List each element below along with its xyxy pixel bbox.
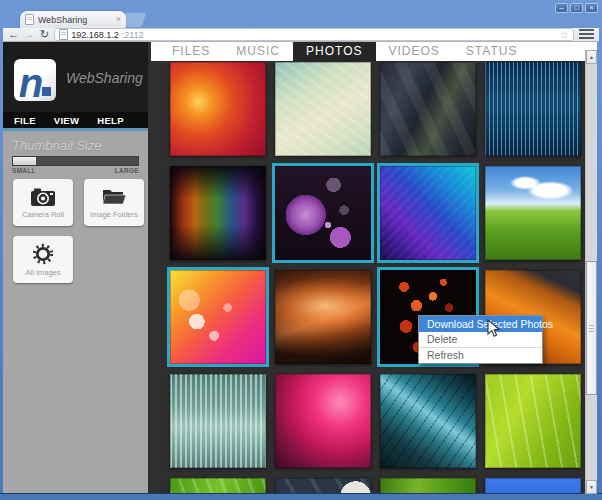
bookmark-star-icon[interactable]: ☆ [560, 30, 569, 40]
slider-max-label: LARGE [115, 167, 139, 174]
window-controls: – □ × [555, 3, 598, 13]
browser-tab[interactable]: WebSharing × [20, 11, 126, 28]
browser-menu-icon[interactable] [579, 29, 594, 40]
section-tabstrip: FILES MUSIC PHOTOS VIDEOS STATUS [151, 42, 597, 61]
context-item-download-selected-photos[interactable]: Download Selected Photos [419, 316, 542, 332]
page-icon [59, 29, 68, 40]
photo-thumbnail-magenta-swirl[interactable] [275, 374, 371, 468]
context-item-refresh[interactable]: Refresh [419, 347, 542, 363]
websharing-logo: n [14, 59, 56, 101]
camera-roll-label: Camera Roll [22, 210, 64, 219]
all-images-button[interactable]: All Images [13, 236, 73, 283]
photo-thumbnail-green-hills-sky[interactable] [485, 166, 581, 260]
context-item-delete[interactable]: Delete [419, 332, 542, 347]
photo-thumbnail-stripes-circles[interactable] [275, 478, 371, 494]
page-content: n WebSharing FILE VIEW HELP Thumbnail Si… [3, 42, 597, 494]
photo-thumbnail-red-flare-abstract[interactable] [170, 62, 266, 156]
photo-thumbnail-spectrum-glow[interactable] [170, 166, 266, 260]
photo-thumbnail-glass-tower[interactable] [380, 374, 476, 468]
app-name: WebSharing [66, 70, 143, 86]
favicon-page-icon [25, 14, 34, 25]
camera-roll-button[interactable]: Camera Roll [13, 179, 73, 226]
menu-view[interactable]: VIEW [54, 115, 79, 126]
all-images-label: All Images [25, 268, 60, 277]
back-icon[interactable]: ← [8, 29, 19, 40]
photo-thumbnail-purple-orbs[interactable] [275, 166, 371, 260]
photo-thumbnail-pink-bokeh[interactable] [170, 270, 266, 364]
tab-music[interactable]: MUSIC [223, 42, 293, 61]
photo-thumbnail-water-surface[interactable] [275, 62, 371, 156]
photo-thumbnail-blue-purple-waves[interactable] [380, 166, 476, 260]
folder-icon [101, 187, 127, 207]
main-area: FILES MUSIC PHOTOS VIDEOS STATUS ▲ ▼ Dow… [148, 42, 597, 494]
sidebar-header: n WebSharing [3, 42, 148, 112]
new-tab-button[interactable] [120, 13, 147, 27]
image-folders-label: Image Folders [90, 210, 138, 219]
photo-thumbnail-grass-macro[interactable] [485, 374, 581, 468]
sidebar: n WebSharing FILE VIEW HELP Thumbnail Si… [3, 42, 148, 494]
scroll-down-icon[interactable]: ▼ [586, 480, 597, 494]
gear-icon [32, 243, 54, 265]
camera-icon [30, 187, 56, 207]
sidebar-panel: Thumbnail Size SMALL LARGE [3, 131, 148, 494]
tab-photos[interactable]: PHOTOS [293, 42, 375, 61]
close-button[interactable]: × [585, 3, 598, 13]
titlebar: WebSharing × – □ × [0, 0, 602, 28]
address-bar[interactable]: 192.168.1.2 :2112 ☆ [54, 28, 574, 41]
mouse-cursor [487, 319, 500, 338]
scrollbar-thumb[interactable] [586, 261, 597, 395]
forward-icon[interactable]: → [24, 29, 35, 40]
thumbnail-size-slider[interactable] [12, 156, 139, 166]
photo-thumbnail-teal-waveform[interactable] [170, 374, 266, 468]
photo-thumbnail-canyon-wave[interactable] [275, 270, 371, 364]
slider-labels: SMALL LARGE [12, 167, 139, 174]
menu-help[interactable]: HELP [97, 115, 124, 126]
logo-letter: n [19, 65, 41, 101]
photo-thumbnail-blue-equalizer-lines[interactable] [485, 62, 581, 156]
browser-toolbar: ← → ↻ 192.168.1.2 :2112 ☆ [3, 28, 599, 42]
tab-status[interactable]: STATUS [453, 42, 531, 61]
browser-tab-title: WebSharing [38, 15, 112, 25]
thumbnail-size-title: Thumbnail Size [12, 138, 102, 153]
slider-min-label: SMALL [12, 167, 36, 174]
photo-thumbnail-grass-field[interactable] [170, 478, 266, 494]
browser-window: WebSharing × – □ × ← → ↻ 192.168.1.2 :21… [0, 0, 602, 500]
photo-thumbnail-dark-diagonal-weave[interactable] [380, 62, 476, 156]
tab-videos[interactable]: VIDEOS [376, 42, 453, 61]
photo-thumbnail-green-blur[interactable] [380, 478, 476, 494]
sidebar-menubar: FILE VIEW HELP [3, 112, 148, 128]
scrollbar[interactable]: ▲ ▼ [585, 50, 597, 494]
minimize-button[interactable]: – [555, 3, 568, 13]
url-host: 192.168.1.2 [71, 30, 119, 40]
logo-dot [42, 87, 51, 96]
maximize-button[interactable]: □ [570, 3, 583, 13]
context-menu: Download Selected Photos Delete Refresh [418, 315, 543, 364]
photo-thumbnail-blue-sky-gradient[interactable] [485, 478, 581, 494]
scroll-up-icon[interactable]: ▲ [586, 50, 597, 64]
tab-files[interactable]: FILES [159, 42, 223, 61]
image-folders-button[interactable]: Image Folders [84, 179, 144, 226]
menu-file[interactable]: FILE [14, 115, 36, 126]
photo-grid [151, 61, 585, 494]
url-port: :2112 [122, 30, 144, 40]
reload-icon[interactable]: ↻ [40, 29, 49, 40]
slider-thumb[interactable] [13, 157, 36, 165]
